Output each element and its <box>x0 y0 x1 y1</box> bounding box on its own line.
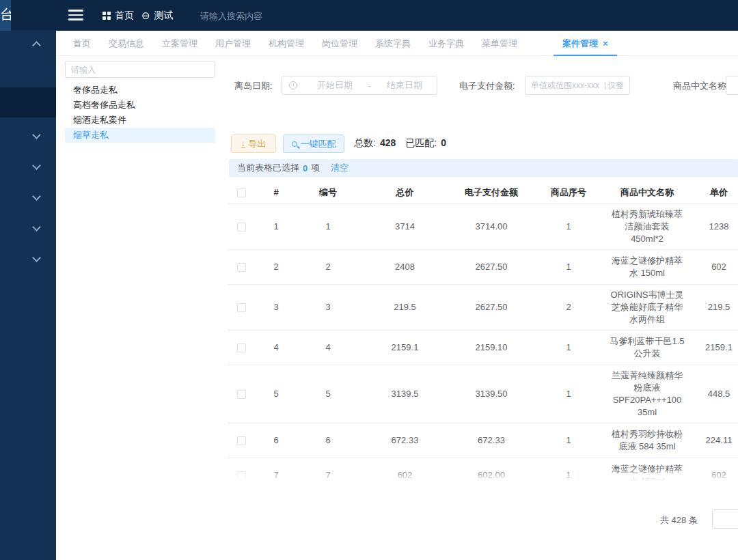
column-header: 单价 <box>689 182 738 204</box>
date-start-placeholder: 开始日期 <box>303 79 367 92</box>
cell: 兰蔻菁纯臻颜精华粉底液SPF20PA+++100 35ml <box>605 365 689 423</box>
case-list-item[interactable]: 烟草走私 <box>65 128 215 143</box>
tab-4[interactable]: 用户管理 <box>206 31 260 56</box>
export-button[interactable]: ↓ 导出 <box>231 135 276 153</box>
cell: 海蓝之谜修护精萃水 150ml <box>605 458 689 483</box>
table-row: 1137143714.001植村秀新琥珀臻萃洁颜油套装 450ml*21238 <box>228 204 738 249</box>
matched-value: 0 <box>441 137 446 148</box>
tab-7[interactable]: 系统字典 <box>366 31 420 56</box>
table-row: 553139.53139.501兰蔻菁纯臻颜精华粉底液SPF20PA+++100… <box>228 365 738 423</box>
tab-label: 用户管理 <box>215 38 251 48</box>
cell: 3 <box>255 284 297 330</box>
chevron-down-icon[interactable] <box>32 130 41 139</box>
table-header-row: #编号总价电子支付金额商品序号商品中文名称单价 <box>228 182 738 204</box>
cell: 3139.5 <box>359 365 451 423</box>
pagination-control[interactable] <box>712 509 738 529</box>
global-search-input[interactable] <box>200 7 351 25</box>
selection-suffix: 项 <box>311 162 320 174</box>
cell: 1 <box>532 204 605 249</box>
cell: 672.33 <box>451 423 532 458</box>
tab-8[interactable]: 业务字典 <box>420 31 473 56</box>
cell: 1 <box>255 204 297 249</box>
nav-rail-active-item[interactable] <box>0 87 56 117</box>
cell: 1238 <box>689 204 738 249</box>
cell: 602 <box>359 458 451 483</box>
case-list: 奢侈品走私高档奢侈品走私烟酒走私案件烟草走私 <box>65 83 215 143</box>
cell: 3139.50 <box>451 365 532 423</box>
cell: 2 <box>255 249 297 284</box>
cell: 602 <box>689 458 738 483</box>
pagination-total: 共 428 条 <box>660 514 698 527</box>
cell: 219.5 <box>359 284 451 330</box>
cell: 5 <box>255 365 297 423</box>
cell: 7 <box>255 458 297 483</box>
case-list-item[interactable]: 高档奢侈品走私 <box>65 98 215 113</box>
table-row: 66672.33672.331植村秀羽纱持妆粉底液 584 35ml224.11 <box>228 423 738 458</box>
column-header: 商品中文名称 <box>605 182 689 204</box>
tab-3[interactable]: 立案管理 <box>153 31 206 56</box>
payment-amount-input[interactable] <box>525 76 630 95</box>
tab-label: 菜单管理 <box>482 38 517 48</box>
tab-label: 业务字典 <box>428 38 464 48</box>
cell: 602.00 <box>451 458 532 483</box>
table-row: 33219.52627.502ORIGINS韦博士灵芝焕能好底子精华水两件组21… <box>228 284 738 330</box>
tab-10[interactable]: 案件管理× <box>554 31 617 56</box>
grid-icon <box>102 12 111 20</box>
column-header: 编号 <box>297 182 359 204</box>
row-checkbox[interactable] <box>237 436 246 445</box>
tab-label: 交易信息 <box>109 38 144 48</box>
row-checkbox[interactable] <box>237 390 246 399</box>
row-checkbox[interactable] <box>237 263 246 272</box>
row-checkbox[interactable] <box>237 471 246 480</box>
nav-test[interactable]: ⊖ 测试 <box>141 0 174 31</box>
table-body: 1137143714.001植村秀新琥珀臻萃洁颜油套装 450ml*212382… <box>228 204 738 483</box>
row-checkbox[interactable] <box>237 344 246 352</box>
chevron-down-icon[interactable] <box>32 192 41 201</box>
tab-5[interactable]: 机构管理 <box>260 31 313 56</box>
product-name-input[interactable] <box>726 76 738 95</box>
top-navbar: 台 首页 ⊖ 测试 <box>0 0 738 31</box>
close-icon[interactable]: × <box>603 38 608 48</box>
export-button-label: 导出 <box>249 138 266 150</box>
chevron-down-icon[interactable] <box>32 161 41 170</box>
cell: 2 <box>532 284 605 330</box>
tab-9[interactable]: 菜单管理 <box>473 31 526 56</box>
selection-count: 0 <box>303 163 308 173</box>
cell: 2627.50 <box>451 284 532 330</box>
table-row: 442159.12159.101马爹利蓝带干邑1.5公升装2159.1 <box>228 330 738 365</box>
row-checkbox[interactable] <box>237 223 246 232</box>
match-button-label: 一键匹配 <box>301 138 336 150</box>
cell: 1 <box>532 365 605 423</box>
cell: 1 <box>532 330 605 365</box>
tab-label: 岗位管理 <box>322 38 357 48</box>
cell: 3714.00 <box>451 204 532 249</box>
one-click-match-button[interactable]: 一键匹配 <box>283 135 344 153</box>
search-icon <box>292 141 297 147</box>
cell: 1 <box>532 249 605 284</box>
menu-toggle-icon[interactable] <box>68 10 83 23</box>
clock-icon <box>289 81 297 89</box>
row-checkbox[interactable] <box>237 303 246 312</box>
chevron-down-icon[interactable] <box>32 253 41 262</box>
tab-1[interactable]: 首页 <box>64 31 100 56</box>
cell: 2 <box>297 249 359 284</box>
date-range-picker[interactable]: 开始日期 - 结束日期 <box>282 76 437 95</box>
date-filter-label: 离岛日期: <box>234 80 273 92</box>
column-header: 电子支付金额 <box>451 182 532 204</box>
case-list-item[interactable]: 奢侈品走私 <box>65 83 215 98</box>
date-end-placeholder: 结束日期 <box>372 79 437 92</box>
chevron-down-icon[interactable] <box>32 223 41 232</box>
cell: 1 <box>532 458 605 483</box>
circle-minus-icon: ⊖ <box>141 10 150 22</box>
case-list-item[interactable]: 烟酒走私案件 <box>65 113 215 128</box>
select-all-checkbox[interactable] <box>237 188 246 197</box>
table-row: 77602602.001海蓝之谜修护精萃水 150ml602 <box>228 458 738 483</box>
chevron-up-icon[interactable] <box>32 41 41 50</box>
tab-2[interactable]: 交易信息 <box>100 31 153 56</box>
date-separator: - <box>367 81 372 91</box>
cell: 1 <box>297 204 359 249</box>
nav-home[interactable]: 首页 <box>102 0 134 31</box>
clear-selection-link[interactable]: 清空 <box>331 162 348 174</box>
tab-6[interactable]: 岗位管理 <box>313 31 366 56</box>
case-filter-input[interactable] <box>65 61 215 78</box>
